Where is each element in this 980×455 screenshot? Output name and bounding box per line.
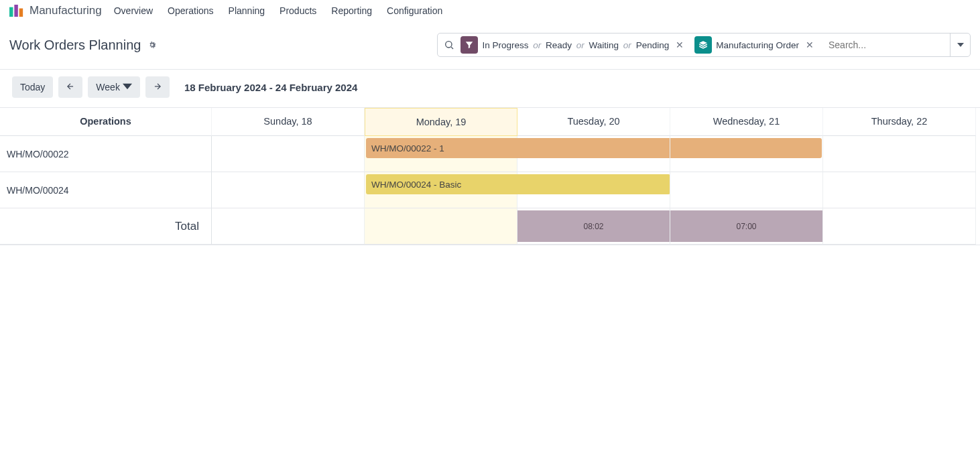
cell-total-sun	[212, 208, 365, 245]
cell-r1-wed[interactable]	[670, 136, 823, 172]
cell-r1-thu[interactable]	[823, 136, 976, 172]
filter-or-0: or	[533, 40, 541, 50]
gantt-col-mon: Monday, 19	[365, 108, 517, 136]
gantt-row-1: WH/MO/00022 WH/MO/00022 - 1	[0, 136, 980, 172]
cell-r2-wed[interactable]	[670, 172, 823, 208]
app-name[interactable]: Manufacturing	[29, 4, 102, 17]
prev-button[interactable]	[58, 76, 82, 98]
chevron-down-icon	[123, 82, 132, 93]
svg-point-3	[446, 42, 452, 48]
today-button[interactable]: Today	[12, 76, 53, 98]
filter-chip-remove-icon[interactable]: ✕	[673, 40, 686, 50]
nav-configuration[interactable]: Configuration	[387, 5, 442, 16]
svg-rect-2	[19, 9, 23, 17]
filter-chip: In Progress or Ready or Waiting or Pendi…	[461, 36, 689, 54]
cell-total-thu	[823, 208, 976, 245]
gear-icon[interactable]	[147, 40, 157, 50]
gantt-col-wed: Wednesday, 21	[670, 108, 823, 136]
nav-links: Overview Operations Planning Products Re…	[114, 5, 443, 16]
filter-part-0: In Progress	[482, 40, 528, 50]
filter-part-1: Ready	[546, 40, 572, 50]
search-options-toggle[interactable]	[950, 33, 970, 57]
nav-products[interactable]: Products	[280, 5, 316, 16]
filter-chip-text: In Progress or Ready or Waiting or Pendi…	[482, 40, 669, 50]
svg-rect-0	[9, 7, 13, 17]
groupby-chip: Manufacturing Order ✕	[694, 36, 819, 54]
groupby-chip-remove-icon[interactable]: ✕	[803, 40, 816, 50]
filter-or-1: or	[576, 40, 585, 50]
filter-part-3: Pending	[636, 40, 670, 50]
total-bar-wed[interactable]: 07:00	[670, 210, 822, 242]
cell-r2-tue[interactable]	[517, 172, 670, 208]
nav-planning[interactable]: Planning	[229, 5, 265, 16]
filter-part-2: Waiting	[589, 40, 619, 50]
next-button[interactable]	[145, 76, 170, 98]
gantt-row-2: WH/MO/00024 WH/MO/00024 - Basic	[0, 172, 980, 208]
page-title-wrap: Work Orders Planning	[9, 38, 157, 53]
cell-r1-mon[interactable]: WH/MO/00022 - 1	[365, 136, 517, 172]
gantt-row-total: Total 08:02 07:00	[0, 208, 980, 245]
gantt-col-sun: Sunday, 18	[212, 108, 365, 136]
total-bar-tue[interactable]: 08:02	[517, 210, 670, 242]
brand: Manufacturing	[9, 4, 102, 17]
gantt: Operations Sunday, 18 Monday, 19 Tuesday…	[0, 107, 980, 245]
top-nav: Manufacturing Overview Operations Planni…	[0, 0, 980, 22]
search-input[interactable]	[824, 40, 950, 50]
subbar: Work Orders Planning In Progress or Read…	[0, 22, 980, 70]
cell-r2-mon[interactable]: WH/MO/00024 - Basic	[365, 172, 517, 208]
total-label: Total	[0, 208, 212, 245]
layers-icon[interactable]	[694, 36, 712, 54]
cell-r1-tue[interactable]	[517, 136, 670, 172]
gantt-header: Operations Sunday, 18 Monday, 19 Tuesday…	[0, 108, 980, 136]
gantt-col-tue: Tuesday, 20	[517, 108, 670, 136]
arrow-right-icon	[153, 82, 162, 93]
gantt-col-thu: Thursday, 22	[823, 108, 976, 136]
row-label-2[interactable]: WH/MO/00024	[0, 172, 212, 208]
search-bar: In Progress or Ready or Waiting or Pendi…	[437, 33, 971, 57]
cell-r2-sun[interactable]	[212, 172, 365, 208]
date-range: 18 February 2024 - 24 February 2024	[184, 82, 358, 93]
scale-button[interactable]: Week	[88, 76, 140, 98]
gantt-toolbar: Today Week 18 February 2024 - 24 Februar…	[0, 70, 980, 107]
filter-or-2: or	[623, 40, 631, 50]
groupby-chip-text: Manufacturing Order	[716, 40, 799, 50]
svg-rect-1	[14, 5, 17, 17]
cell-r1-sun[interactable]	[212, 136, 365, 172]
cell-total-wed: 07:00	[670, 208, 823, 245]
app-logo-icon	[9, 5, 24, 17]
gantt-header-operations: Operations	[0, 108, 212, 136]
funnel-icon[interactable]	[461, 36, 478, 54]
svg-line-4	[452, 47, 454, 49]
cell-total-mon	[365, 208, 517, 245]
row-label-1[interactable]: WH/MO/00022	[0, 136, 212, 172]
nav-overview[interactable]: Overview	[114, 5, 153, 16]
nav-operations[interactable]: Operations	[168, 5, 213, 16]
cell-r2-thu[interactable]	[823, 172, 976, 208]
arrow-left-icon	[66, 82, 75, 93]
nav-reporting[interactable]: Reporting	[331, 5, 372, 16]
cell-total-tue: 08:02	[517, 208, 670, 245]
page-title: Work Orders Planning	[9, 38, 141, 53]
scale-label: Week	[96, 82, 120, 92]
search-icon[interactable]	[438, 40, 461, 50]
